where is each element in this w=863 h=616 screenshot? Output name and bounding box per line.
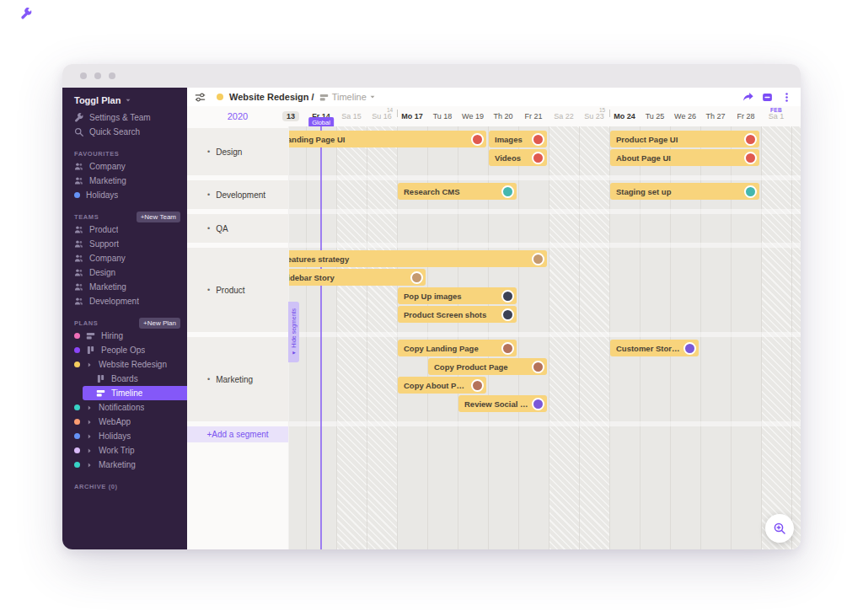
- sidebar-item-hiring[interactable]: Hiring: [62, 329, 187, 343]
- people-icon: [74, 176, 83, 185]
- share-icon[interactable]: [742, 92, 753, 103]
- segment-label-design[interactable]: •Design: [187, 128, 288, 175]
- chevron-down-icon: [125, 97, 131, 104]
- week-divider-tick: [609, 110, 610, 117]
- segment-label-marketing[interactable]: •Marketing: [187, 337, 288, 421]
- segment-label-development[interactable]: •Development: [187, 180, 288, 209]
- day-header-sa-22[interactable]: Sa 22: [549, 112, 579, 121]
- new--new-plan-button[interactable]: +New Plan: [139, 318, 180, 329]
- sidebar-item-notifications[interactable]: Notifications: [62, 400, 187, 415]
- day-header-s[interactable]: S: [791, 112, 801, 121]
- day-header-mo-17[interactable]: Mo 17: [397, 112, 427, 121]
- day-header-tu-25[interactable]: Tu 25: [640, 112, 670, 121]
- sidebar-item-webapp[interactable]: WebApp: [62, 415, 187, 429]
- sidebar-item-marketing[interactable]: Marketing: [62, 458, 187, 472]
- task-bar-sidebar-story[interactable]: Sidebar Story: [276, 269, 426, 286]
- day-header-fr-21[interactable]: Fr 21: [518, 112, 549, 121]
- plan-color-dot: [74, 419, 80, 425]
- task-bar-pop-up-images[interactable]: Pop Up images: [398, 287, 517, 304]
- people-icon: [74, 297, 83, 306]
- day-header-sa-1[interactable]: Sa 1: [761, 112, 791, 121]
- day-header-fr-28[interactable]: Fr 28: [731, 112, 761, 121]
- people-icon: [74, 268, 83, 277]
- assignee-avatar: [683, 342, 696, 355]
- sidebar-item-support[interactable]: Support: [62, 237, 187, 251]
- day-header-su-23[interactable]: Su 23: [579, 112, 609, 121]
- sidebar-item-work-trip[interactable]: Work Trip: [62, 443, 187, 458]
- date-header: 2020 Global 13Fr 14Sa 15Su 16Mo 1714Tu 1…: [187, 106, 801, 126]
- filter-icon[interactable]: [195, 92, 206, 103]
- sidebar-item-development[interactable]: Development: [62, 294, 187, 308]
- sidebar-item-holidays[interactable]: Holidays: [62, 429, 187, 443]
- sidebar-section-header: TEAMS+New Team: [62, 211, 187, 222]
- view-selector-label[interactable]: Timeline: [332, 92, 367, 102]
- sidebar-item-label: Development: [89, 297, 139, 306]
- sidebar-item-product[interactable]: Product: [62, 222, 187, 237]
- task-bar-copy-landing-page[interactable]: Copy Landing Page: [398, 340, 517, 356]
- zoom-in-button[interactable]: [765, 514, 794, 543]
- sidebar-item-marketing[interactable]: Marketing: [62, 174, 187, 188]
- sidebar-item-company[interactable]: Company: [62, 159, 187, 174]
- sidebar-item-people-ops[interactable]: People Ops: [62, 343, 187, 357]
- sidebar-item-settings-team[interactable]: Settings & Team: [62, 110, 187, 125]
- task-bar-staging-set-up[interactable]: Staging set up: [610, 183, 759, 200]
- hide-segments-label: Hide segments: [291, 308, 297, 348]
- task-bar-landing-page-ui[interactable]: Landing Page UI: [276, 131, 486, 147]
- day-header-th-27[interactable]: Th 27: [700, 112, 731, 121]
- sidebar-item-design[interactable]: Design: [62, 265, 187, 280]
- hide-segments-tab[interactable]: ◂ Hide segments: [288, 302, 299, 362]
- milestone-badge[interactable]: Global: [308, 117, 334, 126]
- sidebar-item-company[interactable]: Company: [62, 251, 187, 265]
- task-label: Product Screen shots: [398, 310, 501, 319]
- zoom-in-icon: [773, 522, 786, 535]
- sidebar-item-quick-search[interactable]: Quick Search: [62, 125, 187, 139]
- day-header-we-26[interactable]: We 26: [670, 112, 700, 121]
- people-icon: [74, 162, 83, 171]
- day-header-su-16[interactable]: Su 16: [367, 112, 397, 121]
- segment-label-product[interactable]: •Product: [187, 248, 288, 332]
- task-bar-review-social-proof[interactable]: Review Social Proof: [458, 395, 547, 412]
- board-icon: [86, 345, 95, 355]
- segment-label-qa[interactable]: •QA: [187, 214, 288, 243]
- sidebar-item-timeline[interactable]: Timeline: [83, 386, 187, 400]
- day-header-13[interactable]: 13: [276, 112, 306, 121]
- task-bar-features-strategy[interactable]: Features strategy: [276, 250, 547, 267]
- task-bar-customer-stories[interactable]: Customer Stories: [610, 340, 699, 356]
- sidebar-item-label: Timeline: [111, 388, 142, 398]
- people-icon: [74, 254, 83, 263]
- add-segment-button[interactable]: +Add a segment: [187, 426, 288, 442]
- sidebar-item-label: WebApp: [99, 417, 131, 426]
- day-header-mo-24[interactable]: Mo 24: [609, 112, 640, 121]
- segment-bullet: •: [207, 147, 210, 156]
- task-bar-product-screen-shots[interactable]: Product Screen shots: [398, 306, 517, 323]
- sidebar-item-website-redesign[interactable]: Website Redesign: [62, 357, 187, 372]
- sidebar-item-boards[interactable]: Boards: [62, 372, 187, 386]
- assignee-avatar: [501, 185, 514, 198]
- plan-toolbar: Website Redesign / Timeline: [187, 88, 801, 106]
- task-bar-videos[interactable]: Videos: [489, 149, 547, 166]
- plan-color-dot: [74, 347, 80, 353]
- day-header-we-19[interactable]: We 19: [458, 112, 488, 121]
- day-header-sa-15[interactable]: Sa 15: [336, 112, 367, 121]
- chevron-down-icon[interactable]: [369, 94, 376, 100]
- segment-bullet: •: [207, 190, 210, 199]
- day-header-tu-18[interactable]: Tu 18: [427, 112, 458, 121]
- kebab-icon[interactable]: [781, 92, 792, 103]
- task-label: Features strategy: [276, 254, 532, 264]
- sidebar-item-holidays[interactable]: Holidays: [62, 188, 187, 202]
- hide-segments-arrow: ◂: [291, 347, 297, 356]
- today-pill: 13: [282, 111, 299, 121]
- task-bar-copy-product-page[interactable]: Copy Product Page: [428, 358, 547, 375]
- task-bar-about-page-ui[interactable]: About Page UI: [610, 149, 759, 166]
- assignee-avatar: [471, 379, 484, 392]
- task-bar-product-page-ui[interactable]: Product Page UI: [610, 131, 759, 147]
- workspace-switcher[interactable]: Toggl Plan: [62, 88, 187, 110]
- assignee-avatar: [501, 308, 514, 321]
- new--new-team-button[interactable]: +New Team: [137, 212, 180, 222]
- day-header-th-20[interactable]: Th 20: [488, 112, 518, 121]
- task-bar-images[interactable]: Images: [489, 131, 547, 147]
- inbox-icon[interactable]: [762, 92, 773, 103]
- task-bar-copy-about-page[interactable]: Copy About Page: [398, 377, 486, 394]
- task-bar-research-cms[interactable]: Research CMS: [398, 183, 517, 200]
- sidebar-item-marketing[interactable]: Marketing: [62, 280, 187, 294]
